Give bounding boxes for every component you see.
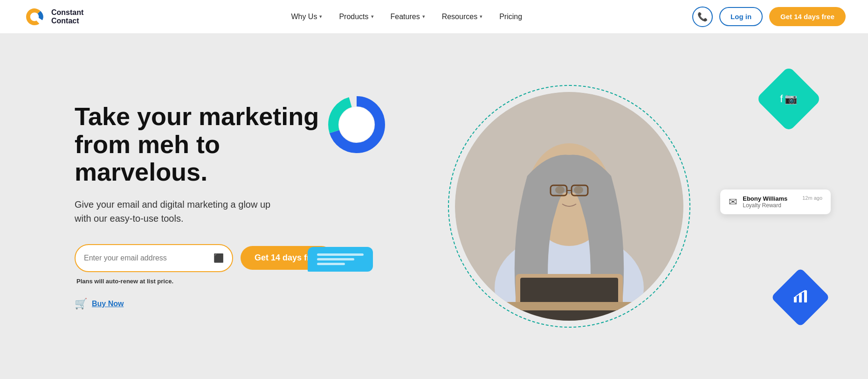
svg-rect-16 [799, 293, 802, 302]
login-button[interactable]: Log in [719, 7, 763, 26]
svg-point-5 [574, 186, 583, 194]
nav-pricing[interactable]: Pricing [499, 13, 522, 21]
header: Constant Contact Why Us ▾ Products ▾ Fea… [0, 0, 868, 34]
hero-illustration: f 📷 ✉ Ebony Williams Loyalty Reward 12m … [336, 66, 803, 346]
get-free-trial-button-header[interactable]: Get 14 days free [769, 7, 846, 26]
cart-icon: 🛒 [75, 298, 87, 310]
email-cta-row: ⬛ Get 14 days free [75, 244, 336, 272]
analytics-badge [771, 267, 830, 327]
chat-line-2 [317, 258, 354, 260]
logo[interactable]: Constant Contact [22, 5, 83, 29]
notification-time: 12m ago [802, 195, 822, 201]
buy-now-link[interactable]: Buy Now [92, 300, 124, 308]
envelope-icon: ✉ [729, 196, 737, 208]
hero-heading: Take your marketing from meh to marvelou… [75, 103, 336, 186]
email-input-container[interactable]: ⬛ [75, 244, 233, 272]
chevron-down-icon: ▾ [422, 14, 425, 20]
svg-rect-17 [804, 290, 807, 302]
nav-products[interactable]: Products ▾ [339, 13, 373, 21]
email-input[interactable] [84, 254, 209, 262]
nav-why-us[interactable]: Why Us ▾ [291, 13, 322, 21]
email-icon: ⬛ [214, 253, 224, 263]
logo-icon [22, 5, 47, 29]
chevron-down-icon: ▾ [480, 14, 482, 20]
notification-text: Ebony Williams Loyalty Reward [743, 195, 787, 209]
svg-point-4 [555, 186, 565, 194]
nav-resources[interactable]: Resources ▾ [442, 13, 482, 21]
auto-renew-text: Plans will auto-renew at list price. [76, 278, 336, 285]
chat-line-3 [317, 263, 345, 265]
hero-left: Take your marketing from meh to marvelou… [75, 103, 336, 309]
svg-rect-15 [794, 297, 797, 302]
person-svg [455, 92, 683, 321]
chevron-down-icon: ▾ [371, 14, 374, 20]
svg-rect-10 [520, 278, 618, 321]
facebook-icon: f [780, 93, 783, 105]
logo-text: Constant Contact [51, 8, 83, 25]
chart-icon [792, 288, 809, 307]
nav-features[interactable]: Features ▾ [391, 13, 425, 21]
chat-bubble [308, 247, 373, 272]
phone-icon: 📞 [697, 12, 708, 22]
svg-rect-11 [502, 302, 637, 310]
chevron-down-icon: ▾ [319, 14, 322, 20]
person-circle [455, 92, 683, 321]
notification-name: Ebony Williams [743, 195, 787, 202]
notification-sub: Loyalty Reward [743, 202, 787, 209]
donut-chart [326, 94, 387, 155]
buy-now-row: 🛒 Buy Now [75, 298, 336, 310]
hero-section: Take your marketing from meh to marvelou… [0, 34, 868, 379]
header-actions: 📞 Log in Get 14 days free [692, 7, 846, 27]
email-notification-card: ✉ Ebony Williams Loyalty Reward 12m ago [720, 190, 831, 214]
svg-point-14 [339, 107, 374, 142]
social-icons: f 📷 [780, 93, 797, 105]
nav: Why Us ▾ Products ▾ Features ▾ Resources… [291, 13, 522, 21]
main-nav: Why Us ▾ Products ▾ Features ▾ Resources… [83, 13, 692, 21]
phone-button[interactable]: 📞 [692, 7, 713, 27]
chat-line-1 [317, 253, 364, 256]
hero-subtext: Give your email and digital marketing a … [75, 197, 336, 225]
instagram-icon: 📷 [785, 93, 798, 105]
social-media-badge: f 📷 [756, 66, 821, 132]
